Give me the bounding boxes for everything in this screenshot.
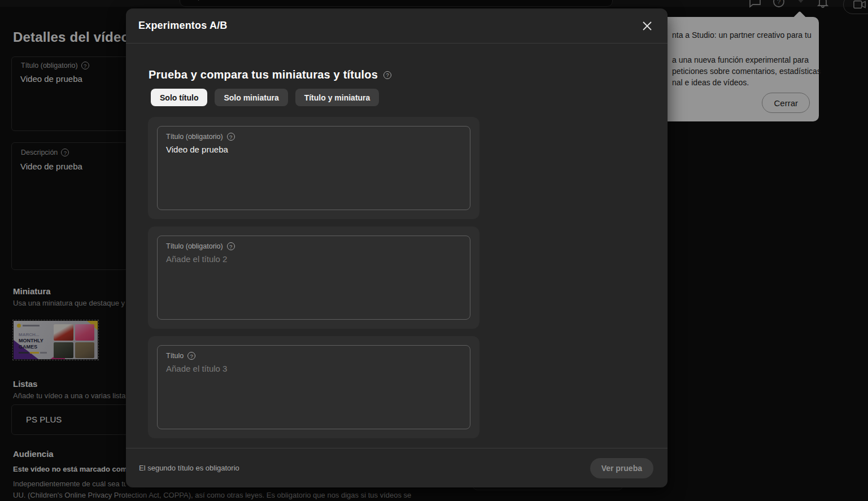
ver-prueba-button[interactable]: Ver prueba <box>590 458 653 478</box>
help-circle-icon[interactable]: ? <box>227 133 235 141</box>
title-input-3-label: Título ? <box>166 352 461 360</box>
test-type-tabs: Solo título Solo miniatura Título y mini… <box>151 89 379 106</box>
modal-footer: El segundo título es obligatorio Ver pru… <box>126 448 668 487</box>
tab-solo-miniatura[interactable]: Solo miniatura <box>215 89 287 106</box>
title-input-1-value: Video de prueba <box>166 145 461 154</box>
modal-header: Experimentos A/B <box>126 8 668 43</box>
title-card-3: Título ? Añade el título 3 <box>148 336 479 438</box>
title-input-2-placeholder: Añade el título 2 <box>166 254 461 264</box>
title-input-2[interactable]: Título (obligatorio) ? Añade el título 2 <box>157 236 470 320</box>
title-input-3-placeholder: Añade el título 3 <box>166 364 461 373</box>
help-circle-icon[interactable]: ? <box>383 71 391 79</box>
title-input-1[interactable]: Título (obligatorio) ? Video de prueba <box>157 126 470 210</box>
title-input-1-label: Título (obligatorio) ? <box>166 133 461 141</box>
footer-status-text: El segundo título es obligatorio <box>139 464 239 472</box>
close-icon[interactable] <box>640 19 654 33</box>
title-cards: Título (obligatorio) ? Video de prueba T… <box>148 117 479 446</box>
modal-title: Experimentos A/B <box>138 20 228 32</box>
help-circle-icon[interactable]: ? <box>227 242 235 250</box>
youtube-studio-page: Buscar en el contenido de tu canal ? Det… <box>0 0 868 501</box>
modal-heading: Prueba y compara tus miniaturas y título… <box>149 68 391 81</box>
tab-solo-titulo[interactable]: Solo título <box>151 89 207 106</box>
title-card-1: Título (obligatorio) ? Video de prueba <box>148 117 479 219</box>
help-circle-icon[interactable]: ? <box>187 352 195 360</box>
ab-experiments-modal: Experimentos A/B Prueba y compara tus mi… <box>126 8 668 487</box>
title-card-2: Título (obligatorio) ? Añade el título 2 <box>148 226 479 329</box>
title-input-2-label: Título (obligatorio) ? <box>166 242 461 250</box>
tab-titulo-y-miniatura[interactable]: Título y miniatura <box>295 89 380 106</box>
title-input-3[interactable]: Título ? Añade el título 3 <box>157 345 470 429</box>
